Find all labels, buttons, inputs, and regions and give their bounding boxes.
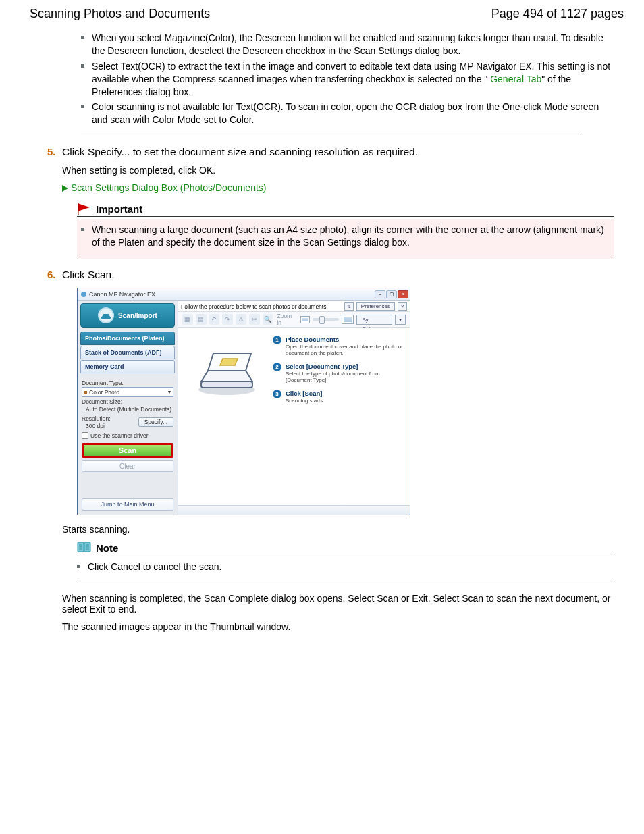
- sort-dropdown-icon[interactable]: ▾: [395, 315, 406, 325]
- docsize-label: Document Size:: [82, 398, 173, 405]
- step-number: 6.: [47, 269, 56, 280]
- scan-import-header[interactable]: Scan/Import: [80, 303, 175, 328]
- svg-rect-3: [101, 317, 111, 319]
- step-body: Select the type of photo/document from […: [286, 371, 404, 383]
- instruction-step-2: 2 Select [Document Type] Select the type…: [273, 363, 404, 383]
- tab-photos-documents[interactable]: Photos/Documents (Platen): [80, 332, 175, 345]
- clear-button[interactable]: Clear: [82, 460, 173, 472]
- step-bubble-icon: 2: [273, 363, 281, 371]
- svg-marker-0: [78, 203, 90, 211]
- follow-text: Follow the procedure below to scan photo…: [181, 303, 328, 310]
- tab-stack-adf[interactable]: Stack of Documents (ADF): [80, 346, 175, 359]
- scan-button[interactable]: Scan: [82, 443, 173, 458]
- app-icon: [80, 291, 87, 298]
- sidehead-label: Scan/Import: [118, 312, 157, 319]
- doctype-label: Document Type:: [82, 380, 173, 386]
- step-body: Open the document cover and place the ph…: [286, 344, 404, 356]
- svg-point-2: [81, 292, 86, 297]
- scanner-icon: [98, 307, 114, 323]
- tab-memory-card[interactable]: Memory Card: [80, 360, 175, 373]
- step-bubble-icon: 1: [273, 336, 281, 344]
- sidebar: Scan/Import Photos/Documents (Platen) St…: [78, 301, 178, 515]
- resolution-label: Resolution:: [82, 415, 111, 422]
- step-body: When setting is completed, click OK.: [62, 165, 614, 176]
- rotate-left-icon[interactable]: ↶: [209, 314, 220, 325]
- window-title: Canon MP Navigator EX: [89, 291, 155, 298]
- help-button[interactable]: ?: [398, 302, 407, 311]
- instruction-step-1: 1 Place Documents Open the document cove…: [273, 336, 404, 356]
- window-titlebar: Canon MP Navigator EX – ▢ ✕: [78, 288, 410, 301]
- note-icon: [77, 542, 92, 554]
- completion-text: When scanning is completed, the Scan Com…: [62, 593, 614, 615]
- checkbox-icon: [82, 432, 88, 439]
- flag-icon: [77, 203, 92, 215]
- step-5: 5. Click Specify... to set the document …: [47, 146, 614, 259]
- important-title: Important: [96, 203, 142, 215]
- page-indicator: Page 494 of 1127 pages: [491, 7, 624, 21]
- thumbnail-text: The scanned images appear in the Thumbna…: [62, 621, 614, 632]
- starts-scanning-text: Starts scanning.: [62, 524, 614, 535]
- note-callout: Note Click Cancel to cancel the scan.: [77, 542, 614, 583]
- thumb-size-slider[interactable]: [313, 318, 339, 321]
- preferences-button[interactable]: Preferences: [356, 302, 395, 311]
- select-all-icon[interactable]: ▦: [182, 314, 193, 325]
- thumb-large-icon[interactable]: [342, 315, 354, 324]
- checkbox-label: Use the scanner driver: [90, 432, 149, 439]
- step-title: Click Scan.: [62, 269, 614, 281]
- svg-rect-5: [201, 382, 252, 388]
- status-bar: [178, 505, 410, 515]
- specify-button[interactable]: Specify...: [138, 417, 173, 427]
- minimize-button[interactable]: –: [375, 290, 385, 298]
- resolution-value: 300 dpi: [82, 423, 111, 429]
- trim-icon[interactable]: ✂: [249, 314, 260, 325]
- zoom-icon[interactable]: 🔍: [263, 314, 273, 325]
- scan-settings-link[interactable]: Scan Settings Dialog Box (Photos/Documen…: [62, 182, 614, 193]
- docsize-value: Auto Detect (Multiple Documents): [82, 406, 173, 413]
- page-title: Scanning Photos and Documents: [30, 7, 210, 21]
- step-bubble-icon: 3: [273, 390, 281, 398]
- general-tab-link[interactable]: General Tab: [490, 74, 541, 84]
- important-callout: Important When scanning a large document…: [77, 203, 614, 259]
- scanner-illustration: [193, 341, 261, 398]
- guide-button[interactable]: ⇅: [344, 302, 354, 311]
- note-title: Note: [96, 542, 118, 554]
- instruction-step-3: 3 Click [Scan] Scanning starts.: [273, 390, 404, 404]
- top-bullet-list: When you select Magazine(Color), the Des…: [81, 30, 614, 128]
- doctype-value: Color Photo: [89, 389, 119, 396]
- doctype-select[interactable]: Color Photo: [82, 387, 173, 397]
- grid-icon[interactable]: ▤: [196, 314, 207, 325]
- correction-icon[interactable]: ⚠: [236, 314, 246, 325]
- step-6: 6. Click Scan. Canon MP Navigator EX – ▢…: [47, 269, 614, 632]
- sort-button[interactable]: By Date: [356, 315, 393, 325]
- step-title: Click [Scan]: [286, 390, 324, 397]
- toolbar: ▦ ▤ ↶ ↷ ⚠ ✂ 🔍 Zoom in By Date: [178, 311, 410, 328]
- step-title: Select [Document Type]: [286, 363, 404, 370]
- use-scanner-driver-checkbox[interactable]: Use the scanner driver: [82, 432, 173, 439]
- important-bullet: When scanning a large document (such as …: [81, 222, 610, 251]
- step-title: Place Documents: [286, 336, 404, 343]
- rotate-right-icon[interactable]: ↷: [222, 314, 233, 325]
- svg-rect-1: [78, 203, 79, 215]
- thumb-small-icon[interactable]: [300, 316, 310, 323]
- divider: [81, 132, 581, 132]
- maximize-button[interactable]: ▢: [386, 290, 397, 298]
- step-body: Scanning starts.: [286, 398, 324, 404]
- app-screenshot: Canon MP Navigator EX – ▢ ✕ Scan/Import: [77, 288, 410, 515]
- step-number: 5.: [47, 146, 56, 157]
- bullet-item: Select Text(OCR) to extract the text in …: [81, 59, 614, 100]
- main-panel: Follow the procedure below to scan photo…: [178, 301, 410, 515]
- bullet-item: When you select Magazine(Color), the Des…: [81, 30, 614, 59]
- jump-main-menu-button[interactable]: Jump to Main Menu: [82, 498, 173, 511]
- zoom-label: Zoom in: [277, 313, 297, 326]
- step-title: Click Specify... to set the document siz…: [62, 146, 614, 158]
- bullet-item: Color scanning is not available for Text…: [81, 99, 614, 128]
- close-button[interactable]: ✕: [398, 290, 408, 298]
- note-bullet: Click Cancel to cancel the scan.: [77, 559, 614, 575]
